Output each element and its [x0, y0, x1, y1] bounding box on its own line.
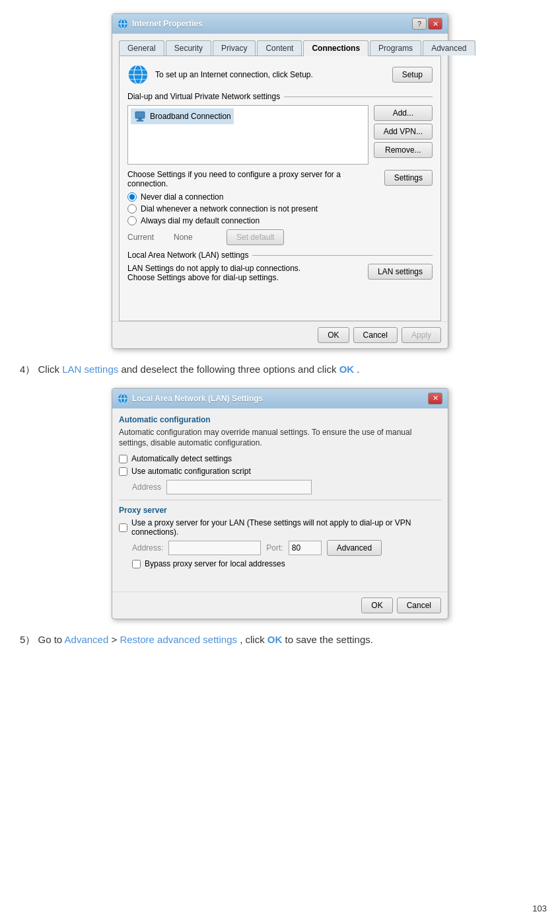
tab-security[interactable]: Security [166, 40, 211, 56]
step5-text-before: Go to [38, 634, 65, 645]
bypass-proxy-label: Bypass proxy server for local addresses [145, 559, 285, 568]
use-proxy-checkbox-item: Use a proxy server for your LAN (These s… [119, 518, 441, 537]
page-number: 103 [532, 904, 547, 913]
proxy-addr-label: Address: [132, 543, 163, 553]
auto-detect-checkbox[interactable] [119, 455, 127, 463]
bypass-proxy-checkbox-item: Bypass proxy server for local addresses [132, 559, 441, 568]
ie-icon [118, 19, 128, 29]
connection-listbox[interactable]: Broadband Connection [127, 105, 368, 165]
tab-content[interactable]: Content [257, 40, 302, 56]
lan-dialog-titlebar: Local Area Network (LAN) Settings ✕ [112, 389, 448, 408]
bypass-proxy-checkbox[interactable] [132, 560, 141, 568]
step5-prefix: 5） [20, 634, 35, 645]
ie-dialog-titlebar: Internet Properties ? ✕ [112, 14, 448, 34]
step5-advanced-link[interactable]: Advanced [65, 634, 109, 645]
connection-name: Broadband Connection [150, 112, 231, 121]
proxy-settings-row: Choose Settings if you need to configure… [127, 170, 433, 188]
tab-programs[interactable]: Programs [370, 40, 421, 56]
step5-instruction: 5） Go to Advanced > Restore advanced set… [20, 633, 540, 648]
step4-text-before: Click [38, 364, 63, 375]
tab-advanced[interactable]: Advanced [423, 40, 475, 56]
auto-config-script-checkbox[interactable] [119, 467, 127, 476]
lan-settings-button[interactable]: LAN settings [368, 264, 433, 280]
radio-never-dial: Never dial a connection [127, 192, 433, 202]
setup-button[interactable]: Setup [392, 67, 433, 83]
lan-spacer [119, 572, 441, 585]
globe-icon [127, 64, 149, 85]
step5-text-end: to save the settings. [285, 634, 373, 645]
lan-section-header: Local Area Network (LAN) settings [127, 250, 433, 260]
lan-dialog-title: Local Area Network (LAN) Settings [132, 394, 263, 403]
lan-dialog-footer: OK Cancel [112, 592, 448, 619]
radio-dial-whenever: Dial whenever a network connection is no… [127, 204, 433, 213]
radio-never-dial-input[interactable] [127, 192, 137, 202]
current-row: Current None Set default [127, 229, 433, 245]
proxy-port-label: Port: [266, 543, 283, 553]
lan-text: LAN Settings do not apply to dial-up con… [127, 264, 363, 282]
add-vpn-button[interactable]: Add VPN... [374, 124, 433, 139]
proxy-port-input[interactable] [289, 541, 322, 555]
remove-button[interactable]: Remove... [374, 142, 433, 158]
auto-config-script-label: Use automatic configuration script [131, 467, 251, 476]
set-default-button[interactable]: Set default [227, 229, 284, 245]
ie-dialog-title: Internet Properties [132, 19, 203, 28]
svg-rect-9 [139, 118, 141, 120]
radio-always-dial-input[interactable] [127, 216, 137, 225]
address-label: Address [132, 482, 161, 492]
dial-radio-group: Never dial a connection Dial whenever a … [127, 192, 433, 225]
proxy-addr-input[interactable] [168, 541, 261, 555]
auto-config-label: Automatic configuration [119, 415, 441, 424]
lan-divider [119, 500, 441, 500]
step4-prefix: 4） [20, 364, 35, 375]
tab-general[interactable]: General [119, 40, 164, 56]
step5-text-after: , click [240, 634, 267, 645]
add-button[interactable]: Add... [374, 105, 433, 121]
lan-titlebar-buttons: ✕ [428, 393, 442, 404]
address-input[interactable] [166, 480, 312, 494]
step5-restore-link[interactable]: Restore advanced settings [120, 634, 237, 645]
radio-dial-whenever-input[interactable] [127, 204, 137, 213]
tab-connections[interactable]: Connections [303, 40, 368, 56]
titlebar-buttons: ? ✕ [412, 18, 442, 30]
step4-lan-link[interactable]: LAN settings [62, 364, 118, 375]
tab-privacy[interactable]: Privacy [213, 40, 256, 56]
connections-tab-content: To set up an Internet connection, click … [119, 56, 441, 321]
proxy-text: Choose Settings if you need to configure… [127, 170, 379, 188]
auto-detect-label: Automatically detect settings [131, 454, 232, 463]
svg-rect-10 [137, 120, 143, 122]
network-icon [133, 110, 147, 123]
close-button[interactable]: ✕ [428, 18, 442, 30]
cancel-button[interactable]: Cancel [353, 327, 398, 343]
use-proxy-label: Use a proxy server for your LAN (These s… [131, 518, 441, 537]
broadband-connection-item[interactable]: Broadband Connection [131, 108, 234, 124]
apply-button[interactable]: Apply [402, 327, 441, 343]
step4-ok-link: OK [339, 364, 355, 375]
auto-detect-checkbox-item: Automatically detect settings [119, 454, 441, 463]
step5-text-middle: > [111, 634, 120, 645]
settings-button[interactable]: Settings [384, 170, 433, 186]
lan-close-button[interactable]: ✕ [428, 393, 442, 404]
proxy-address-row: Address: Port: Advanced [132, 540, 441, 556]
tab-bar: General Security Privacy Content Connect… [119, 40, 441, 56]
connection-buttons: Add... Add VPN... Remove... [374, 105, 433, 165]
vpn-section-header: Dial-up and Virtual Private Network sett… [127, 92, 433, 101]
auto-config-script-checkbox-item: Use automatic configuration script [119, 467, 441, 476]
proxy-section-label: Proxy server [119, 506, 441, 515]
svg-rect-8 [135, 112, 145, 118]
lan-settings-row: LAN Settings do not apply to dial-up con… [127, 264, 433, 282]
lan-ok-button[interactable]: OK [361, 597, 392, 613]
lan-cancel-button[interactable]: Cancel [397, 597, 441, 613]
step4-instruction: 4） Click LAN settings and deselect the f… [20, 362, 540, 377]
lan-ie-icon [118, 393, 128, 404]
lan-advanced-button[interactable]: Advanced [327, 540, 382, 556]
ie-dialog-footer: OK Cancel Apply [112, 321, 448, 348]
ok-button[interactable]: OK [318, 327, 349, 343]
radio-always-dial: Always dial my default connection [127, 216, 433, 225]
step4-text-after: . [357, 364, 359, 375]
connections-area: Broadband Connection Add... Add VPN... R… [127, 105, 433, 165]
connections-list: Broadband Connection [127, 105, 368, 165]
address-row: Address [132, 480, 441, 494]
help-button[interactable]: ? [412, 18, 427, 30]
spacer [127, 286, 433, 313]
use-proxy-checkbox[interactable] [119, 523, 127, 532]
